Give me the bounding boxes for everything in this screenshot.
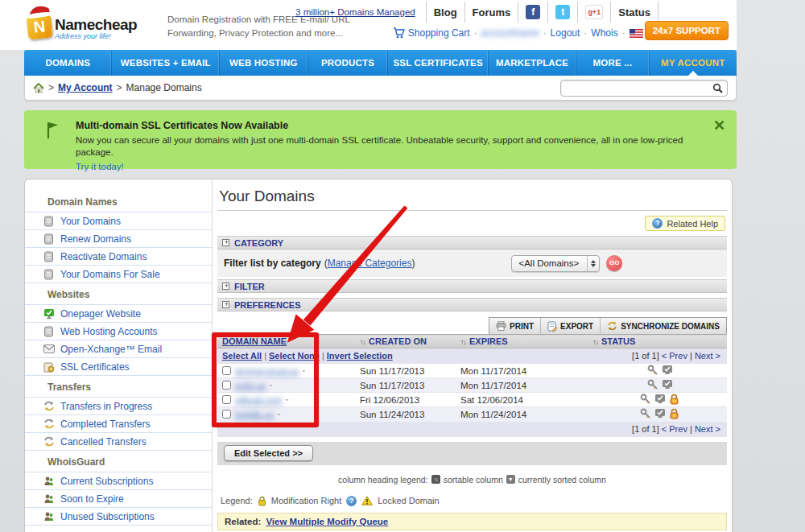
prev-link[interactable]: < Prev [662, 424, 687, 434]
search-icon[interactable] [712, 83, 723, 93]
sorted-monitor-icon[interactable] [662, 379, 673, 390]
domains-managed-link[interactable]: 3 million+ Domains Managed [295, 7, 415, 17]
sidebar-item-domains-for-sale[interactable]: Your Domains For Sale [25, 265, 212, 282]
go-button[interactable]: GO [606, 255, 622, 271]
row-checkbox[interactable] [222, 366, 231, 375]
sidebar-item-reactivate-domains[interactable]: Reactivate Domains [25, 247, 212, 265]
expires-cell: Sat 12/06/2014 [456, 393, 588, 407]
modification-key-icon[interactable] [640, 408, 651, 419]
select-none-link[interactable]: Select None [269, 351, 320, 361]
related-bar: Related: View Multiple Modify Queue [217, 513, 727, 530]
sort-arrows-icon[interactable]: ↑↓ [360, 338, 365, 346]
modification-key-icon[interactable] [647, 379, 658, 390]
sort-arrows-icon[interactable]: ↑↓ [460, 338, 466, 346]
column-header-created-on[interactable]: ↑↓CREATED ON [355, 335, 456, 348]
sidebar-item-current-subscriptions[interactable]: Current Subscriptions [25, 472, 212, 489]
modification-key-icon[interactable] [640, 394, 651, 405]
category-panel-header[interactable]: CATEGORY [217, 236, 727, 250]
shopping-cart-link[interactable]: Shopping Cart [408, 27, 470, 39]
search-box[interactable] [560, 80, 728, 97]
whois-link[interactable]: Whois [591, 27, 617, 39]
manage-categories-link[interactable]: Manage Categories [328, 258, 412, 269]
close-icon[interactable]: ✕ [713, 118, 725, 133]
column-header-status[interactable]: ↑↓STATUS [588, 335, 727, 348]
row-checkbox[interactable] [222, 395, 231, 404]
sidebar-item-ssl-certificates[interactable]: SSL Certificates [25, 357, 212, 375]
help-icon[interactable]: ? [346, 496, 357, 506]
domain-link-blurred[interactable]: bolidik.us [235, 410, 274, 419]
breadcrumb-my-account[interactable]: My Account [58, 82, 113, 93]
twitter-icon[interactable]: t [555, 5, 570, 19]
server-icon [43, 233, 55, 245]
sidebar-item-label: Current Subscriptions [60, 476, 153, 487]
created-cell: Sun 11/17/2013 [355, 378, 456, 393]
filter-panel-header[interactable]: FILTER [217, 279, 727, 293]
domain-link-blurred[interactable]: solis.us [235, 381, 266, 390]
nav-tab-websites-email[interactable]: WEBSITES + EMAIL [112, 50, 220, 76]
expand-icon[interactable] [222, 301, 229, 308]
sorted-monitor-icon[interactable] [654, 394, 666, 404]
banner-try-link[interactable]: Try it today! [76, 162, 124, 171]
logout-link[interactable]: Logout [551, 27, 580, 39]
synchronize-domains-button[interactable]: SYNCHRONIZE DOMAINS [600, 318, 726, 334]
expand-icon[interactable] [222, 239, 229, 246]
sidebar-item-web-hosting-accounts[interactable]: Web Hosting Accounts [25, 322, 212, 340]
sidebar-item-renew-domains[interactable]: Renew Domains [25, 229, 212, 247]
nav-tab-ssl-certificates[interactable]: SSL CERTIFICATES [388, 50, 488, 76]
expand-icon[interactable] [222, 282, 229, 290]
sidebar-item-label: Transfers in Progress [60, 401, 152, 412]
sorted-monitor-icon[interactable] [662, 365, 673, 375]
column-header-domain-name[interactable]: DOMAIN NAME [217, 335, 355, 348]
row-checkbox[interactable] [222, 410, 231, 419]
facebook-icon[interactable]: f [526, 5, 540, 19]
domain-link-blurred[interactable]: niftoall.com [235, 395, 282, 405]
home-icon[interactable] [33, 83, 44, 93]
export-button[interactable]: EXPORT [540, 318, 600, 334]
sidebar-item-your-domains[interactable]: Your Domains [25, 212, 212, 229]
support-button[interactable]: 24x7 SUPPORT [645, 21, 729, 40]
edit-selected-button[interactable]: Edit Selected >> [224, 445, 313, 461]
preferences-panel-header[interactable]: PREFERENCES [217, 298, 727, 311]
view-multiple-modify-queue-link[interactable]: View Multiple Modify Queue [266, 517, 388, 526]
column-header-expires[interactable]: ↑↓EXPIRES [456, 335, 588, 348]
row-checkbox[interactable] [222, 381, 231, 390]
banner-body: Now you can secure all your domains with… [76, 134, 722, 159]
next-link[interactable]: Next > [695, 351, 720, 361]
nav-tab-marketplace[interactable]: MARKETPLACE [489, 50, 576, 76]
next-link[interactable]: Next > [695, 424, 720, 434]
search-input[interactable] [565, 83, 712, 93]
sidebar-item-soon-to-expire[interactable]: Soon to Expire [25, 489, 212, 507]
paren: ) [411, 258, 415, 269]
export-icon [547, 321, 557, 332]
sidebar-item-completed-transfers[interactable]: Completed Transfers [25, 414, 212, 432]
nav-tab-domains[interactable]: DOMAINS [24, 50, 112, 76]
nav-tab-products[interactable]: PRODUCTS [308, 50, 389, 76]
blog-link[interactable]: Blog [434, 6, 457, 19]
sidebar-item-openxchange-email[interactable]: Open-Xchange™ Email [25, 340, 212, 357]
locked-domain-icon[interactable] [669, 408, 679, 419]
sidebar-item-cancelled-transfers[interactable]: Cancelled Transfers [25, 432, 212, 450]
nav-tab-more[interactable]: MORE ... [576, 50, 649, 76]
invert-selection-link[interactable]: Invert Selection [327, 351, 393, 361]
related-help-button[interactable]: ? Related Help [645, 216, 725, 231]
server-icon [43, 325, 55, 337]
namecheap-logo[interactable]: N Namecheap Address your life! [24, 3, 161, 47]
prev-link[interactable]: < Prev [662, 351, 687, 361]
username-blurred[interactable]: accountname [481, 27, 539, 39]
sidebar-item-unused-subscriptions[interactable]: Unused Subscriptions [25, 507, 212, 525]
modification-key-icon[interactable] [647, 365, 658, 376]
select-all-link[interactable]: Select All [222, 351, 262, 361]
sorted-monitor-icon[interactable] [654, 408, 666, 419]
locked-domain-icon[interactable] [669, 394, 679, 405]
google-plus-icon[interactable]: g+1 [585, 5, 603, 19]
domain-link-blurred[interactable]: dromercloud.us [235, 366, 299, 376]
category-select[interactable]: <All Domains> [511, 255, 600, 272]
nav-tab-web-hosting[interactable]: WEB HOSTING [220, 50, 308, 76]
sort-arrows-icon[interactable]: ↑↓ [592, 338, 598, 346]
sidebar-item-onepager[interactable]: Onepager Website [25, 304, 212, 322]
forums-link[interactable]: Forums [473, 6, 511, 19]
print-button[interactable]: PRINT [489, 318, 540, 334]
nav-tab-my-account[interactable]: MY ACCOUNT [650, 50, 737, 76]
sidebar-item-transfers-in-progress[interactable]: Transfers in Progress [25, 397, 212, 414]
status-link[interactable]: Status [618, 6, 650, 19]
